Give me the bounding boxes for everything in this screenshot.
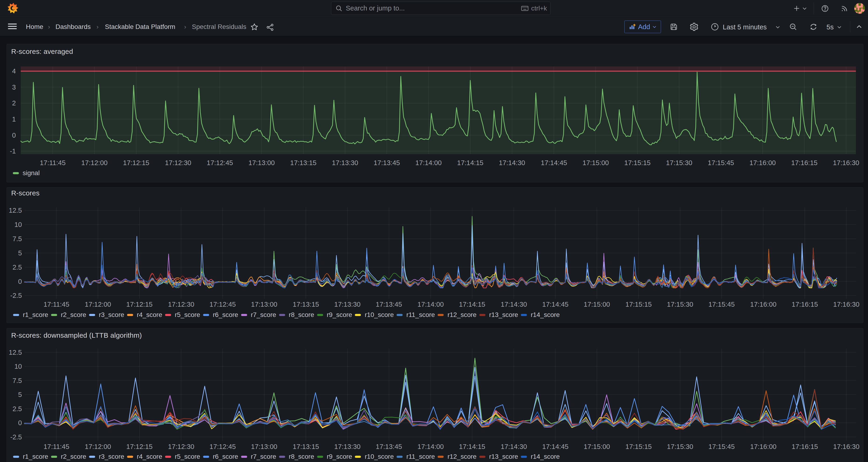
- svg-text:17:16:00: 17:16:00: [750, 443, 777, 450]
- svg-text:17:12:15: 17:12:15: [126, 301, 153, 308]
- svg-text:17:14:15: 17:14:15: [459, 301, 486, 308]
- svg-text:17:14:00: 17:14:00: [415, 159, 442, 166]
- svg-text:17:12:45: 17:12:45: [207, 159, 233, 166]
- svg-text:17:14:45: 17:14:45: [542, 301, 569, 308]
- svg-text:17:14:30: 17:14:30: [501, 301, 527, 308]
- svg-text:17:16:30: 17:16:30: [833, 443, 860, 450]
- svg-text:17:12:30: 17:12:30: [168, 301, 194, 308]
- svg-text:0: 0: [18, 278, 22, 285]
- svg-text:17:16:15: 17:16:15: [792, 443, 818, 450]
- svg-text:17:12:45: 17:12:45: [210, 443, 236, 450]
- svg-text:17:13:00: 17:13:00: [251, 301, 277, 308]
- svg-text:17:11:45: 17:11:45: [43, 301, 69, 308]
- svg-text:0: 0: [18, 419, 22, 427]
- svg-text:17:12:00: 17:12:00: [85, 301, 111, 308]
- svg-text:5: 5: [18, 391, 22, 398]
- svg-text:17:15:15: 17:15:15: [625, 301, 652, 308]
- svg-text:12.5: 12.5: [9, 349, 22, 356]
- svg-text:17:14:15: 17:14:15: [459, 443, 486, 450]
- svg-text:17:12:15: 17:12:15: [123, 159, 150, 166]
- svg-text:17:16:00: 17:16:00: [750, 301, 777, 308]
- svg-text:12.5: 12.5: [9, 207, 22, 214]
- svg-text:17:12:45: 17:12:45: [210, 301, 236, 308]
- svg-text:17:13:15: 17:13:15: [290, 159, 317, 166]
- svg-text:5: 5: [18, 249, 22, 257]
- svg-text:7.5: 7.5: [12, 377, 22, 384]
- svg-text:-2.5: -2.5: [10, 292, 22, 299]
- svg-text:17:16:30: 17:16:30: [833, 301, 860, 308]
- svg-text:17:14:15: 17:14:15: [457, 159, 484, 166]
- svg-text:17:15:30: 17:15:30: [667, 301, 693, 308]
- svg-text:-2.5: -2.5: [10, 433, 22, 441]
- svg-text:17:15:00: 17:15:00: [583, 159, 609, 166]
- svg-text:10: 10: [14, 363, 22, 370]
- svg-text:17:16:30: 17:16:30: [833, 159, 859, 166]
- svg-text:17:15:30: 17:15:30: [667, 443, 693, 450]
- svg-text:17:14:30: 17:14:30: [501, 443, 527, 450]
- svg-text:17:13:00: 17:13:00: [249, 159, 275, 166]
- svg-text:1: 1: [12, 116, 16, 123]
- svg-text:17:14:30: 17:14:30: [499, 159, 525, 166]
- svg-text:17:13:45: 17:13:45: [376, 301, 402, 308]
- svg-text:17:12:30: 17:12:30: [165, 159, 191, 166]
- svg-text:2: 2: [12, 99, 16, 107]
- svg-text:17:14:45: 17:14:45: [542, 443, 569, 450]
- svg-text:7.5: 7.5: [12, 235, 22, 243]
- svg-text:17:12:30: 17:12:30: [168, 443, 194, 450]
- svg-text:17:13:15: 17:13:15: [293, 301, 319, 308]
- svg-text:17:13:30: 17:13:30: [334, 301, 361, 308]
- svg-text:17:15:15: 17:15:15: [625, 443, 652, 450]
- svg-text:17:13:45: 17:13:45: [374, 159, 400, 166]
- svg-text:17:15:00: 17:15:00: [584, 301, 610, 308]
- svg-text:17:13:15: 17:13:15: [293, 443, 319, 450]
- svg-text:2.5: 2.5: [12, 264, 22, 271]
- svg-text:17:14:45: 17:14:45: [541, 159, 567, 166]
- svg-text:17:15:30: 17:15:30: [666, 159, 692, 166]
- svg-text:17:16:00: 17:16:00: [750, 159, 776, 166]
- svg-text:17:14:00: 17:14:00: [417, 301, 444, 308]
- svg-text:17:15:00: 17:15:00: [584, 443, 610, 450]
- svg-text:10: 10: [14, 221, 22, 228]
- svg-text:17:12:00: 17:12:00: [85, 443, 111, 450]
- svg-text:17:13:30: 17:13:30: [334, 443, 361, 450]
- svg-text:17:14:00: 17:14:00: [417, 443, 444, 450]
- svg-text:-1: -1: [10, 147, 16, 155]
- svg-text:17:12:00: 17:12:00: [81, 159, 108, 166]
- svg-text:17:13:45: 17:13:45: [376, 443, 402, 450]
- svg-text:0: 0: [12, 131, 16, 139]
- svg-text:17:13:00: 17:13:00: [251, 443, 277, 450]
- svg-text:17:15:15: 17:15:15: [624, 159, 651, 166]
- svg-text:17:12:15: 17:12:15: [126, 443, 153, 450]
- svg-text:17:11:45: 17:11:45: [43, 443, 69, 450]
- svg-text:17:16:15: 17:16:15: [792, 301, 818, 308]
- svg-text:3: 3: [12, 84, 16, 91]
- svg-text:17:16:15: 17:16:15: [791, 159, 818, 166]
- svg-text:2.5: 2.5: [12, 405, 22, 412]
- svg-text:17:15:45: 17:15:45: [709, 443, 735, 450]
- svg-text:4: 4: [12, 67, 16, 75]
- svg-text:17:13:30: 17:13:30: [332, 159, 358, 166]
- svg-text:17:11:45: 17:11:45: [40, 159, 66, 166]
- svg-text:17:15:45: 17:15:45: [709, 301, 735, 308]
- svg-text:17:15:45: 17:15:45: [708, 159, 734, 166]
